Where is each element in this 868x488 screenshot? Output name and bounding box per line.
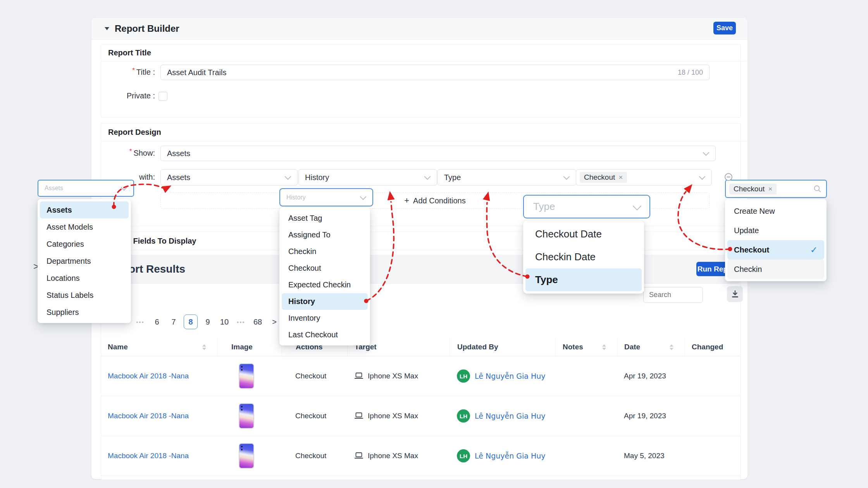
with-select-history[interactable]: History — [298, 169, 437, 186]
column-header-date[interactable]: Date — [617, 338, 684, 356]
dropdown-item[interactable]: Inventory — [282, 310, 368, 326]
dropdown-item[interactable]: Suppliers — [40, 304, 129, 321]
report-builder-screen: > Report Builder Save Report Title * Tit… — [0, 0, 868, 488]
chevron-down-icon — [563, 174, 570, 180]
changed-cell — [684, 356, 740, 396]
private-label: Private : — [97, 92, 155, 100]
dropdown-item[interactable]: Status Labels — [40, 287, 129, 304]
column-header-updated-by: Updated By — [450, 338, 555, 356]
download-button[interactable] — [727, 286, 743, 302]
action-cell: Checkout — [295, 372, 326, 380]
dropdown-item[interactable]: Last Checkout — [282, 326, 368, 343]
column-header-notes[interactable]: Notes — [555, 338, 617, 356]
notes-cell — [555, 396, 617, 436]
dropdown-item[interactable]: Departments — [40, 253, 129, 270]
pagination-ellipsis-left[interactable]: ••• — [134, 315, 147, 329]
dropdown-item[interactable]: Checkin Date — [525, 246, 642, 268]
pagination-page-8-active[interactable]: 8 — [184, 314, 198, 329]
remove-row-minus-icon[interactable] — [724, 173, 733, 181]
asset-name-link[interactable]: Macbook Air 2018 -Nana — [108, 452, 189, 460]
dropdown-item[interactable]: Update — [727, 221, 824, 240]
laptop-icon — [354, 412, 363, 420]
dropdown-item[interactable]: Checkin — [282, 243, 368, 260]
checkout-combobox[interactable]: Checkout × — [725, 180, 827, 198]
history-combobox[interactable]: History — [279, 188, 373, 206]
remove-tag-icon[interactable]: × — [618, 173, 623, 182]
dropdown-item[interactable]: History — [282, 293, 368, 310]
dropdown-item[interactable]: Asset Models — [40, 218, 129, 235]
report-title-heading: Report Title — [101, 44, 747, 62]
title-input-wrap: 18 / 100 — [160, 65, 710, 80]
dropdown-item[interactable]: Checkout Date — [525, 223, 642, 246]
search-icon — [813, 185, 822, 193]
with-select-checkout[interactable]: Checkout × — [576, 169, 712, 186]
action-cell: Checkout — [295, 412, 326, 420]
asset-thumbnail[interactable] — [239, 363, 254, 389]
chevron-down-icon — [633, 201, 642, 210]
save-button[interactable]: Save — [713, 22, 736, 34]
dropdown-item[interactable]: Locations — [40, 270, 129, 287]
user-link[interactable]: Lê Nguyễn Gia Huy — [475, 372, 546, 380]
table-row: Macbook Air 2018 -Nana Checkout Iphone X… — [101, 436, 740, 476]
chevron-down-icon — [424, 174, 431, 180]
assets-dropdown: Assets Asset Models Categories Departmen… — [38, 199, 131, 323]
collapse-caret-icon[interactable] — [105, 27, 109, 30]
changed-cell — [684, 436, 740, 476]
column-header-image: Image — [217, 338, 281, 356]
notes-cell — [555, 436, 617, 476]
dropdown-item[interactable]: Expected Checkin — [282, 277, 368, 293]
dropdown-item[interactable]: Type — [525, 268, 642, 291]
dropdown-item[interactable]: Assets — [40, 201, 129, 218]
with-select-assets[interactable]: Assets — [160, 169, 298, 186]
pagination-page-7[interactable]: 7 — [167, 315, 180, 329]
results-search-wrap — [643, 287, 703, 303]
avatar: LH — [457, 369, 470, 383]
assets-combobox[interactable]: Assets — [38, 180, 134, 197]
dropdown-item[interactable]: Categories — [40, 235, 129, 253]
type-combobox[interactable]: Type — [523, 195, 650, 218]
dropdown-item[interactable]: Checkout — [282, 260, 368, 277]
date-cell: May 5, 2023 — [617, 436, 684, 476]
user-link[interactable]: Lê Nguyễn Gia Huy — [475, 412, 546, 420]
dropdown-item[interactable]: Checkout ✓ — [727, 240, 824, 259]
asset-name-link[interactable]: Macbook Air 2018 -Nana — [108, 372, 189, 380]
pagination-page-last[interactable]: 68 — [251, 315, 264, 329]
plus-icon: + — [404, 196, 409, 206]
pagination-page-6[interactable]: 6 — [150, 315, 164, 329]
sort-icon[interactable] — [602, 344, 606, 350]
asset-thumbnail[interactable] — [239, 403, 254, 429]
with-select-type[interactable]: Type — [437, 169, 576, 186]
pagination-page-9[interactable]: 9 — [201, 315, 214, 329]
report-design-heading: Report Design — [101, 123, 747, 141]
table-header-row: Name Image Actions Target Updated By Not… — [101, 338, 740, 356]
laptop-icon — [354, 452, 363, 460]
asset-thumbnail[interactable] — [239, 443, 254, 469]
asset-name-link[interactable]: Macbook Air 2018 -Nana — [108, 412, 189, 420]
show-select[interactable]: Assets — [160, 146, 716, 161]
pagination-next[interactable]: > — [268, 315, 281, 329]
checkout-tag: Checkout × — [729, 184, 777, 194]
sort-icon[interactable] — [202, 344, 206, 350]
column-header-changed: Changed — [684, 338, 740, 356]
action-cell: Checkout — [295, 452, 326, 460]
date-cell: Apr 19, 2023 — [617, 396, 684, 436]
dropdown-item[interactable]: Checkin — [727, 259, 824, 279]
chevron-down-icon — [285, 174, 291, 180]
dropdown-item[interactable]: Assigned To — [282, 227, 368, 243]
checkout-tag: Checkout × — [580, 172, 627, 183]
user-link[interactable]: Lê Nguyễn Gia Huy — [475, 452, 546, 460]
remove-tag-icon[interactable]: × — [768, 185, 772, 193]
search-input[interactable] — [644, 291, 703, 299]
pagination-ellipsis-right[interactable]: ••• — [234, 315, 248, 329]
changed-cell — [684, 396, 740, 436]
column-header-name[interactable]: Name — [101, 338, 217, 356]
dropdown-item[interactable]: Asset Tag — [282, 210, 368, 227]
check-icon: ✓ — [810, 245, 818, 255]
dropdown-item[interactable]: Create New — [727, 201, 824, 221]
sort-icon[interactable] — [670, 344, 673, 350]
table-row: Macbook Air 2018 -Nana Checkout Iphone X… — [101, 396, 740, 436]
pagination-page-10[interactable]: 10 — [218, 315, 231, 329]
chevron-down-icon — [360, 193, 367, 200]
title-input[interactable] — [161, 68, 709, 77]
private-checkbox[interactable] — [158, 92, 167, 101]
